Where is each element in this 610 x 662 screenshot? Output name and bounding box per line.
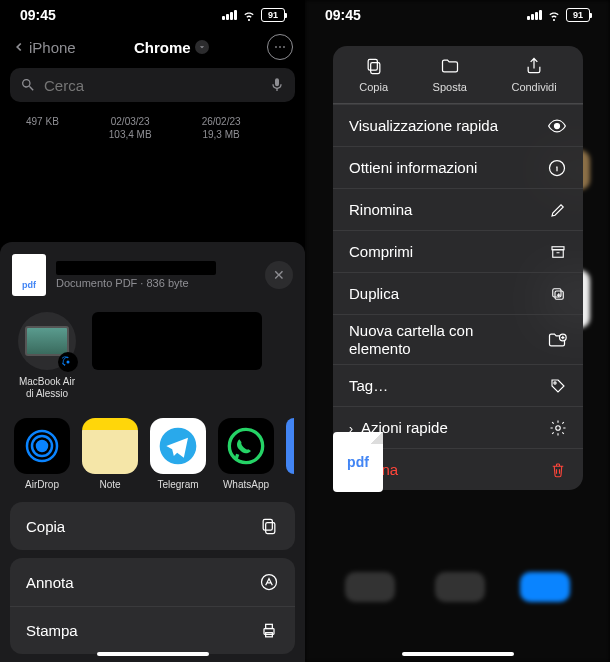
status-time: 09:45 bbox=[20, 7, 56, 23]
right-screen: 09:45 91 Copia Sposta Condividi Visualiz… bbox=[305, 0, 610, 662]
print-icon bbox=[259, 621, 279, 641]
svg-rect-17 bbox=[553, 249, 564, 257]
svg-point-14 bbox=[555, 123, 560, 128]
home-indicator[interactable] bbox=[402, 652, 514, 656]
left-screen: 09:45 91 iPhone Chrome ⋯ 497 KB 02/03/23… bbox=[0, 0, 305, 662]
ctx-tags[interactable]: Tag… bbox=[333, 364, 583, 406]
document-icon: pdf bbox=[12, 254, 46, 296]
print-action[interactable]: Stampa bbox=[10, 606, 295, 654]
ctx-share[interactable]: Condividi bbox=[511, 56, 556, 93]
document-info: Documento PDF · 836 byte bbox=[56, 261, 255, 289]
gear-icon bbox=[549, 419, 567, 437]
battery-icon: 91 bbox=[261, 8, 285, 22]
search-field[interactable] bbox=[44, 77, 261, 94]
svg-rect-12 bbox=[370, 63, 379, 74]
airdrop-app[interactable]: AirDrop bbox=[14, 418, 70, 490]
ctx-compress[interactable]: Comprimi bbox=[333, 230, 583, 272]
share-icon bbox=[524, 56, 544, 76]
mic-icon[interactable] bbox=[269, 77, 285, 93]
close-button[interactable]: ✕ bbox=[265, 261, 293, 289]
partial-app[interactable] bbox=[286, 418, 294, 490]
svg-rect-6 bbox=[266, 523, 275, 534]
action-group-2: Annota Stampa bbox=[10, 558, 295, 654]
ctx-rename[interactable]: Rinomina bbox=[333, 188, 583, 230]
svg-rect-13 bbox=[368, 59, 377, 70]
apps-row: AirDrop Note Telegram WhatsApp bbox=[0, 410, 305, 502]
svg-point-22 bbox=[556, 425, 561, 430]
home-indicator[interactable] bbox=[97, 652, 209, 656]
svg-point-5 bbox=[229, 429, 262, 462]
copy-action[interactable]: Copia bbox=[10, 502, 295, 550]
wifi-icon bbox=[546, 7, 562, 23]
ctx-quicklook[interactable]: Visualizzazione rapida bbox=[333, 104, 583, 146]
ctx-copy[interactable]: Copia bbox=[359, 56, 388, 93]
svg-point-21 bbox=[554, 381, 556, 383]
redacted-area bbox=[92, 312, 262, 370]
notes-app[interactable]: Note bbox=[82, 418, 138, 490]
action-copy-group: Copia bbox=[10, 502, 295, 550]
status-time: 09:45 bbox=[325, 7, 361, 23]
chevron-down-icon bbox=[195, 40, 209, 54]
context-menu: Copia Sposta Condividi Visualizzazione r… bbox=[333, 46, 583, 490]
svg-rect-7 bbox=[263, 519, 272, 530]
whatsapp-app[interactable]: WhatsApp bbox=[218, 418, 274, 490]
svg-point-0 bbox=[67, 361, 70, 364]
ctx-move[interactable]: Sposta bbox=[433, 56, 467, 93]
svg-point-8 bbox=[262, 575, 277, 590]
status-bar: 09:45 91 bbox=[0, 0, 305, 30]
trash-icon bbox=[549, 461, 567, 479]
status-bar: 09:45 91 bbox=[305, 0, 610, 30]
svg-point-1 bbox=[37, 441, 47, 451]
duplicate-icon bbox=[549, 285, 567, 303]
back-button[interactable]: iPhone bbox=[12, 39, 76, 56]
search-icon bbox=[20, 77, 36, 93]
tag-icon bbox=[549, 377, 567, 395]
markup-icon bbox=[259, 572, 279, 592]
svg-rect-10 bbox=[266, 624, 273, 628]
share-sheet: pdf Documento PDF · 836 byte ✕ MacBook A… bbox=[0, 242, 305, 662]
copy-icon bbox=[259, 516, 279, 536]
info-icon bbox=[547, 158, 567, 178]
folder-plus-icon bbox=[547, 330, 567, 350]
eye-icon bbox=[547, 116, 567, 136]
airdrop-device[interactable]: MacBook Air di Alessio bbox=[14, 312, 80, 400]
battery-icon: 91 bbox=[566, 8, 590, 22]
nav-bar: iPhone Chrome ⋯ bbox=[0, 30, 305, 68]
signal-icon bbox=[527, 10, 542, 20]
pencil-icon bbox=[549, 201, 567, 219]
archive-icon bbox=[549, 243, 567, 261]
files-grid: 497 KB 02/03/23103,4 MB 26/02/2319,3 MB bbox=[0, 110, 305, 140]
ctx-newfolder[interactable]: Nuova cartella con elemento bbox=[333, 314, 583, 364]
ctx-duplicate[interactable]: Duplica bbox=[333, 272, 583, 314]
copy-icon bbox=[364, 56, 384, 76]
svg-rect-19 bbox=[553, 288, 561, 296]
annotate-action[interactable]: Annota bbox=[10, 558, 295, 606]
folder-title[interactable]: Chrome bbox=[134, 39, 209, 56]
search-input[interactable] bbox=[10, 68, 295, 102]
ctx-info[interactable]: Ottieni informazioni bbox=[333, 146, 583, 188]
more-button[interactable]: ⋯ bbox=[267, 34, 293, 60]
telegram-app[interactable]: Telegram bbox=[150, 418, 206, 490]
wifi-icon bbox=[241, 7, 257, 23]
file-thumbnail[interactable]: pdf bbox=[333, 432, 383, 492]
folder-icon bbox=[440, 56, 460, 76]
signal-icon bbox=[222, 10, 237, 20]
